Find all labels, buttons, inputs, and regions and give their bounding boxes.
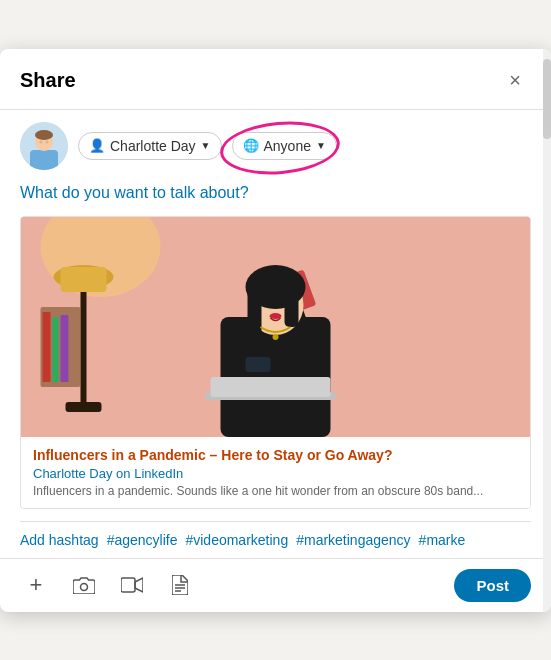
video-button[interactable] [116,569,148,601]
svg-rect-1 [30,150,58,170]
scrollbar-thumb[interactable] [543,59,551,139]
svg-point-29 [81,584,88,591]
svg-point-5 [46,140,49,143]
article-info: Influencers in a Pandemic – Here to Stay… [21,437,530,508]
plus-button[interactable]: + [20,569,52,601]
svg-rect-12 [61,267,107,292]
audience-dropdown-label: Anyone [264,138,311,154]
document-icon [172,575,188,595]
user-row: 👤 Charlotte Day ▼ 🌐 Anyone ▼ [20,122,531,170]
hashtags-row: Add hashtag #agencylife #videomarketing … [20,521,531,558]
dialog-body: 👤 Charlotte Day ▼ 🌐 Anyone ▼ What do you… [0,110,551,558]
dialog-header: Share × [0,49,551,110]
avatar [20,122,68,170]
svg-rect-30 [121,578,135,592]
article-card: Influencers in a Pandemic – Here to Stay… [20,216,531,509]
svg-rect-16 [61,315,69,382]
dialog-title: Share [20,69,76,92]
svg-point-3 [35,130,53,140]
svg-rect-26 [211,377,331,397]
audience-dropdown-wrapper: 🌐 Anyone ▼ [232,132,337,160]
chevron-down-icon: ▼ [201,140,211,151]
share-dialog: Share × [0,49,551,612]
article-image [21,217,530,437]
globe-icon: 🌐 [243,138,259,153]
footer-icons: + [20,569,196,601]
svg-rect-14 [43,312,51,382]
camera-button[interactable] [68,569,100,601]
post-prompt[interactable]: What do you want to talk about? [20,184,531,202]
svg-rect-9 [81,277,87,407]
svg-rect-10 [66,402,102,412]
chevron-down-icon-2: ▼ [316,140,326,151]
audience-dropdown[interactable]: 🌐 Anyone ▼ [232,132,337,160]
article-image-svg [21,217,530,437]
svg-rect-23 [285,287,299,327]
hashtag-4[interactable]: #marke [419,532,466,548]
dialog-footer: + [0,558,551,612]
close-button[interactable]: × [499,65,531,97]
video-icon [121,577,143,593]
svg-rect-15 [53,317,59,382]
user-dropdown[interactable]: 👤 Charlotte Day ▼ [78,132,222,160]
svg-rect-22 [248,287,262,337]
avatar-image [20,122,68,170]
hashtag-1[interactable]: #agencylife [107,532,178,548]
post-button[interactable]: Post [454,569,531,602]
article-snippet: Influencers in a pandemic. Sounds like a… [33,484,518,498]
hashtag-3[interactable]: #marketingagency [296,532,410,548]
svg-rect-27 [246,357,271,372]
scrollbar-track [543,49,551,612]
svg-point-4 [40,140,43,143]
hashtag-2[interactable]: #videomarketing [185,532,288,548]
camera-icon [73,576,95,594]
article-author: Charlotte Day on LinkedIn [33,466,518,481]
document-button[interactable] [164,569,196,601]
svg-point-28 [273,334,279,340]
add-hashtag-link[interactable]: Add hashtag [20,532,99,548]
user-dropdown-label: Charlotte Day [110,138,196,154]
article-title: Influencers in a Pandemic – Here to Stay… [33,447,518,463]
user-icon: 👤 [89,138,105,153]
